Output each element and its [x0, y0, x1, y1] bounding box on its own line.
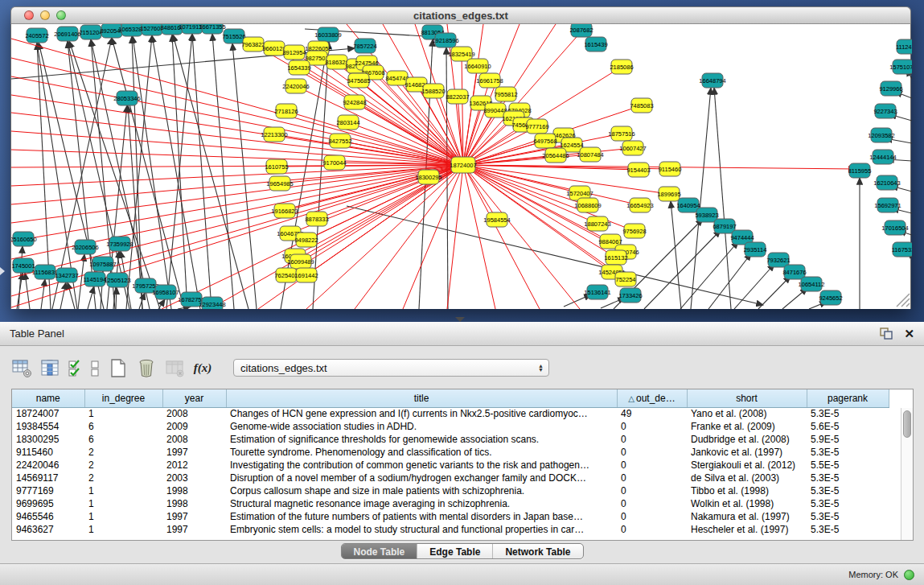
network-edge[interactable]	[116, 287, 117, 309]
function-builder-button[interactable]: f(x)	[192, 357, 213, 378]
close-window-button[interactable]	[24, 10, 34, 20]
network-node[interactable]: 9227343	[873, 104, 897, 118]
table-cell[interactable]: 1	[84, 484, 162, 497]
vertical-scrollbar[interactable]	[901, 408, 913, 540]
network-node[interactable]: 16099489	[287, 254, 314, 269]
network-edge[interactable]	[463, 165, 580, 309]
network-node[interactable]: 8427552	[328, 134, 351, 148]
network-edge[interactable]	[11, 165, 463, 278]
table-cell[interactable]: de Silva et al. (2003)	[687, 472, 807, 484]
table-cell[interactable]: 9463627	[12, 523, 84, 536]
network-edge[interactable]	[758, 276, 791, 309]
table-cell[interactable]: Corpus callosum shape and size in male p…	[226, 484, 617, 497]
network-edge[interactable]	[463, 165, 495, 309]
table-cell[interactable]: 0	[617, 497, 687, 510]
network-node[interactable]: 9154403	[626, 163, 650, 177]
network-node[interactable]: 9129966	[879, 81, 902, 96]
network-node[interactable]: 16648794	[699, 73, 725, 88]
network-node[interactable]: 7963822	[241, 37, 265, 51]
network-node[interactable]: 1615132	[604, 250, 627, 265]
network-node[interactable]: 7955812	[494, 87, 517, 101]
network-node[interactable]: 6497568	[533, 134, 556, 148]
vertical-scrollbar-thumb[interactable]	[903, 410, 911, 438]
network-node[interactable]: 1615439	[584, 37, 607, 51]
table-selector-dropdown[interactable]: citations_edges.txt ▲▼	[233, 359, 549, 377]
network-node[interactable]: 18807243	[584, 216, 610, 231]
tab-network-table[interactable]: Network Table	[492, 544, 582, 558]
network-node[interactable]: 20691406	[54, 27, 80, 41]
network-node[interactable]: 10975887	[89, 257, 116, 271]
network-node[interactable]: 9170044	[322, 155, 346, 170]
network-edge[interactable]	[447, 165, 463, 309]
network-node[interactable]: 12505123	[104, 273, 130, 287]
network-node[interactable]: 12444144	[869, 150, 896, 164]
table-cell[interactable]: 5.3E-5	[807, 510, 889, 523]
network-node[interactable]: 1112435	[896, 39, 912, 54]
table-cell[interactable]: 0	[617, 472, 687, 484]
network-node[interactable]: 28053346	[113, 91, 140, 105]
network-node[interactable]: 17359928	[106, 237, 133, 251]
network-node[interactable]: 1654339	[287, 60, 310, 75]
table-row[interactable]: 1872400712008Changes of HCN gene express…	[12, 407, 889, 420]
network-node[interactable]: 12093582	[868, 128, 894, 142]
network-node[interactable]: 1691442	[294, 268, 318, 282]
network-node[interactable]: 17016504	[881, 220, 908, 235]
network-node[interactable]: 3475685	[347, 73, 370, 88]
network-node[interactable]: 22420046	[282, 79, 309, 93]
network-node[interactable]: 12923448	[199, 297, 225, 309]
table-cell[interactable]: 1	[84, 510, 162, 523]
network-node[interactable]: 8912954	[282, 45, 306, 60]
network-node[interactable]: 19166823	[271, 204, 298, 218]
table-cell[interactable]: 9465546	[12, 510, 84, 523]
column-header-year[interactable]: year	[162, 389, 226, 407]
table-cell[interactable]: 5.6E-5	[807, 420, 889, 433]
network-node[interactable]: 16958107	[152, 285, 179, 299]
network-node[interactable]: 7485083	[630, 98, 653, 113]
table-cell[interactable]: 22420046	[12, 459, 84, 472]
table-cell[interactable]: 0	[617, 510, 687, 523]
table-cell[interactable]: 1997	[162, 510, 226, 523]
table-cell[interactable]: Dudbridge et al. (2008)	[687, 433, 807, 446]
network-edge[interactable]	[714, 88, 731, 309]
column-header-pagerank[interactable]: pagerank	[807, 389, 889, 407]
network-node[interactable]: 12213300	[261, 127, 287, 142]
network-edge[interactable]	[212, 34, 234, 309]
network-node[interactable]: 1145194	[84, 272, 107, 286]
table-cell[interactable]: Nakamura et al. (1997)	[687, 510, 807, 523]
network-node[interactable]: 9498222	[294, 233, 318, 247]
network-node[interactable]: 20206506	[72, 240, 98, 254]
close-panel-icon[interactable]: ✕	[904, 328, 914, 340]
table-cell[interactable]: Franke et al. (2009)	[687, 420, 807, 433]
table-cell[interactable]: 9777169	[12, 484, 84, 497]
table-cell[interactable]: 2009	[162, 420, 226, 433]
network-node[interactable]: 19584554	[483, 212, 510, 227]
float-panel-icon[interactable]	[880, 328, 893, 340]
network-edge[interactable]	[463, 66, 478, 165]
table-cell[interactable]: Embryonic stem cells: a model to study s…	[226, 523, 617, 536]
table-cell[interactable]: 2	[84, 472, 162, 484]
table-row[interactable]: 1938455462009Genome-wide association stu…	[12, 420, 889, 433]
table-cell[interactable]: 0	[617, 484, 687, 497]
table-cell[interactable]: Changes of HCN gene expression and I(f) …	[226, 407, 617, 420]
network-node[interactable]: 16654923	[626, 198, 653, 212]
network-node[interactable]: 18757516	[608, 126, 634, 141]
network-edge[interactable]	[446, 47, 448, 309]
network-node[interactable]: 15136141	[584, 285, 610, 299]
table-cell[interactable]: Investigating the contribution of common…	[226, 459, 617, 472]
table-settings-button[interactable]	[11, 357, 32, 378]
network-node[interactable]: 11156839	[32, 265, 58, 279]
table-cell[interactable]: 9699695	[12, 497, 84, 510]
table-row[interactable]: 1456911722003Disruption of a novel membe…	[12, 472, 889, 484]
table-cell[interactable]: Jankovic et al. (1997)	[687, 446, 807, 459]
network-edge[interactable]	[463, 165, 540, 309]
table-cell[interactable]: 5.3E-5	[807, 407, 889, 420]
network-edge[interactable]	[192, 34, 211, 309]
table-cell[interactable]: 1997	[162, 523, 226, 536]
table-cell[interactable]: Hescheler et al. (1997)	[687, 523, 807, 536]
network-node[interactable]: 1588520	[421, 84, 445, 98]
network-node[interactable]: 2087682	[569, 24, 593, 37]
network-node[interactable]: 2151204	[79, 25, 102, 39]
table-cell[interactable]: Yano et al. (2008)	[687, 407, 807, 420]
table-cell[interactable]: 5.3E-5	[807, 472, 889, 484]
network-node[interactable]: 2718126	[274, 104, 298, 118]
